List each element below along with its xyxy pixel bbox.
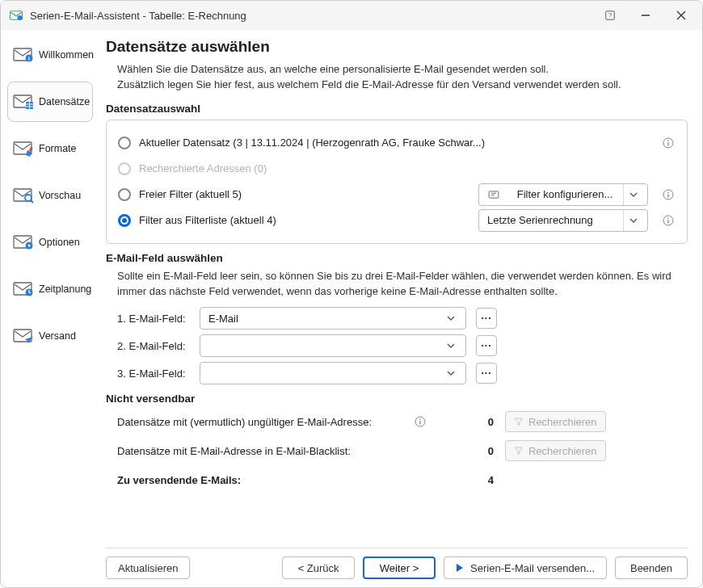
blacklist-email-label: Datensätze mit E-Mail-Adresse in E-Mail-… (117, 445, 408, 457)
section-emailfeld-heading: E-Mail-Feld auswählen (106, 252, 688, 264)
next-button[interactable]: Weiter > (363, 556, 436, 579)
close-button[interactable] (663, 3, 699, 27)
radio-freier-filter-label: Freier Filter (aktuell 5) (139, 188, 470, 200)
filter-config-text: Filter konfigurieren... (507, 188, 623, 200)
svg-line-19 (31, 200, 33, 203)
emailfeld-desc: Sollte ein E-Mail-Feld leer sein, so kön… (117, 269, 688, 300)
svg-point-22 (28, 245, 31, 247)
svg-rect-38 (419, 422, 420, 425)
info-icon[interactable] (661, 187, 676, 202)
svg-text:i: i (28, 56, 30, 61)
svg-rect-28 (667, 142, 668, 145)
emailfeld2-dropdown[interactable] (200, 334, 466, 357)
total-emails-label: Zu versendende E-Mails: (117, 474, 440, 486)
svg-point-34 (667, 217, 669, 219)
recherchieren-invalid-button: Recherchieren (505, 411, 606, 432)
emailfeld3-dropdown[interactable] (200, 362, 466, 384)
envelope-gear-icon (13, 234, 34, 250)
nav-willkommen[interactable]: i Willkommen (7, 35, 93, 75)
play-icon (456, 563, 464, 573)
filter-config-dropdown[interactable]: Filter konfigurieren... (478, 183, 648, 206)
window-title: Serien-E-Mail-Assistent - Tabelle: E-Rec… (30, 10, 592, 22)
nav-vorschau[interactable]: Vorschau (7, 175, 93, 216)
invalid-email-label: Datensätze mit (vermutlich) ungültiger E… (117, 416, 408, 428)
nav-label: Versand (39, 330, 76, 342)
nav-zeitplanung[interactable]: Zeitplanung (7, 269, 93, 309)
emailfeld1-value: E-Mail (208, 313, 441, 325)
info-icon[interactable] (661, 136, 676, 150)
page-intro: Wählen Sie die Datensätze aus, an welche… (117, 62, 688, 93)
footer: Aktualisieren < Zurück Weiter > Serien-E… (106, 548, 688, 579)
invalid-email-count: 0 (440, 416, 505, 428)
svg-point-1 (18, 15, 23, 20)
envelope-clock-icon (13, 281, 34, 297)
filterliste-dropdown[interactable]: Letzte Serienrechnung (478, 209, 648, 232)
nav-label: Willkommen (39, 49, 94, 61)
refresh-button[interactable]: Aktualisieren (106, 556, 190, 579)
blacklist-email-count: 0 (440, 445, 505, 457)
filter-config-icon (487, 189, 500, 200)
svg-text:?: ? (608, 11, 612, 19)
svg-point-18 (25, 195, 32, 201)
radio-current-record[interactable] (118, 136, 131, 149)
info-icon[interactable] (413, 414, 427, 429)
close-app-button[interactable]: Beenden (615, 556, 688, 579)
nav-label: Datensätze (39, 96, 90, 107)
radio-recherchiert (118, 162, 131, 175)
info-icon[interactable] (661, 213, 676, 228)
back-button[interactable]: < Zurück (282, 556, 355, 579)
radio-filterliste[interactable] (118, 214, 131, 227)
datensatzauswahl-panel: Aktueller Datensatz (3 | 13.11.2024 | (H… (106, 120, 688, 244)
svg-point-31 (667, 191, 669, 193)
nav-optionen[interactable]: Optionen (7, 222, 93, 262)
envelope-table-icon (13, 94, 34, 110)
emailfeld1-more-button[interactable]: ··· (476, 308, 497, 329)
nav-label: Vorschau (39, 190, 81, 201)
nav-formate[interactable]: Formate (7, 128, 93, 169)
emailfeld3-more-button[interactable]: ··· (476, 363, 497, 384)
funnel-icon (514, 417, 524, 426)
sidebar: i Willkommen Datensätze Formate Vorschau (1, 30, 98, 587)
emailfeld2-label: 2. E-Mail-Feld: (117, 340, 190, 352)
emailfeld1-label: 1. E-Mail-Feld: (117, 313, 190, 325)
emailfeld2-more-button[interactable]: ··· (476, 335, 497, 356)
envelope-search-icon (13, 187, 34, 204)
help-button[interactable]: ? (592, 3, 628, 27)
radio-filterliste-label: Filter aus Filterliste (aktuell 4) (139, 214, 470, 226)
svg-rect-35 (667, 220, 668, 223)
envelope-send-icon (13, 328, 34, 344)
funnel-icon (514, 446, 524, 456)
radio-recherchiert-label: Recherchierte Adressen (0) (139, 162, 676, 174)
nav-versand[interactable]: Versand (7, 316, 93, 356)
chevron-down-icon (623, 184, 642, 205)
app-icon (9, 8, 23, 23)
nav-datensaetze[interactable]: Datensätze (7, 82, 93, 122)
svg-point-27 (667, 140, 669, 141)
total-emails-value: 4 (440, 474, 505, 486)
nav-label: Formate (39, 143, 77, 154)
envelope-pencil-icon (13, 141, 34, 157)
svg-rect-29 (489, 191, 499, 198)
minimize-button[interactable] (628, 3, 663, 27)
recherchieren-blacklist-button: Recherchieren (505, 440, 606, 461)
chevron-down-icon (623, 210, 642, 231)
send-serien-email-button[interactable]: Serien-E-Mail versenden... (444, 556, 607, 579)
chevron-down-icon (441, 335, 461, 356)
section-nichtversendbar-heading: Nicht versendbar (106, 393, 688, 405)
filterliste-selected: Letzte Serienrechnung (487, 214, 623, 226)
envelope-icon: i (13, 47, 34, 63)
section-datensatzauswahl-heading: Datensatzauswahl (106, 103, 688, 115)
radio-current-label: Aktueller Datensatz (3 | 13.11.2024 | (H… (139, 136, 648, 149)
nav-label: Zeitplanung (39, 284, 91, 295)
radio-freier-filter[interactable] (118, 188, 131, 201)
svg-rect-32 (667, 194, 668, 197)
main-content: Datensätze auswählen Wählen Sie die Date… (98, 30, 702, 587)
nav-label: Optionen (39, 237, 80, 248)
page-title: Datensätze auswählen (106, 38, 688, 56)
chevron-down-icon (441, 308, 461, 329)
emailfeld3-label: 3. E-Mail-Feld: (117, 368, 190, 380)
svg-point-37 (419, 419, 421, 421)
chevron-down-icon (441, 363, 461, 384)
svg-rect-16 (29, 147, 33, 152)
emailfeld1-dropdown[interactable]: E-Mail (200, 307, 466, 330)
